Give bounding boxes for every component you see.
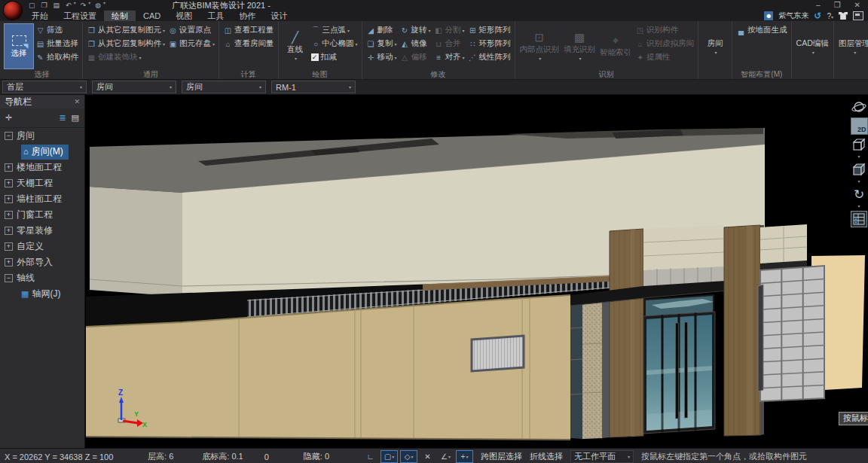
tab-协作[interactable]: 协作	[231, 11, 263, 21]
expand-icon[interactable]: +	[5, 258, 13, 267]
batch-select-button[interactable]: ▤批量选择	[34, 37, 80, 50]
viewport-3d[interactable]: Z Y X 2D ▾ ▾ ↻ ▾ 按鼠标	[85, 95, 868, 448]
delete-button[interactable]: ◢删除	[365, 23, 399, 37]
refresh-icon[interactable]: ↺	[814, 11, 821, 21]
tree-import[interactable]: +外部导入	[0, 254, 84, 270]
expand-icon[interactable]: +	[5, 195, 13, 203]
filter-button[interactable]: ▽筛选	[34, 23, 80, 37]
save-file-icon[interactable]: ▤	[53, 0, 60, 11]
app-logo-icon[interactable]	[4, 2, 22, 20]
collapse-icon[interactable]: −	[5, 132, 13, 140]
curtain-wall-grid[interactable]	[758, 224, 865, 401]
tab-绘制[interactable]: 绘制	[104, 11, 136, 21]
floor-selector[interactable]: 首层▾	[2, 81, 87, 93]
tab-视图[interactable]: 视图	[168, 11, 200, 21]
glass-entrance-doors[interactable]	[643, 312, 715, 434]
line-button[interactable]: ╱直线▾	[281, 23, 310, 69]
close-button[interactable]: ✕	[854, 0, 860, 10]
chevron-down-icon[interactable]: ▾	[857, 154, 860, 160]
wood-column-left[interactable]	[610, 229, 643, 437]
deduct-button[interactable]: ✓扣减	[310, 50, 359, 64]
set-origin-button[interactable]: ◎设置原点	[167, 23, 216, 37]
view-quantity-button[interactable]: ◫查看工程量	[222, 23, 276, 37]
theme-shirt-icon[interactable]	[839, 12, 848, 20]
panel-view-icon[interactable]: ▤	[72, 113, 79, 123]
ring-array-button[interactable]: ∷环形阵列	[466, 37, 512, 50]
user-name[interactable]: 紫气东来	[778, 11, 808, 21]
copy-button[interactable]: ❏复制▾	[365, 37, 399, 50]
subcategory-selector[interactable]: 房间▾	[182, 81, 266, 93]
chevron-down-icon[interactable]: ▾	[103, 0, 105, 11]
tree-door-window[interactable]: +门窗工程	[0, 207, 84, 223]
screen-icon[interactable]	[853, 11, 863, 20]
expand-icon[interactable]: +	[5, 179, 13, 187]
expand-icon[interactable]: +	[5, 242, 13, 251]
ortho-toggle[interactable]: ∟	[362, 451, 378, 462]
chevron-down-icon[interactable]: ▾	[857, 179, 860, 184]
tree-room-m[interactable]: ⌂房间(M)	[0, 144, 84, 160]
list-view-icon[interactable]: ≣	[59, 113, 66, 123]
rect-array-button[interactable]: ⊞矩形阵列	[466, 23, 512, 37]
publish-icon[interactable]: ◍	[95, 0, 101, 11]
layout-table-icon[interactable]	[851, 211, 867, 227]
pick-component-button[interactable]: ✎拾取构件	[34, 50, 80, 64]
tree-axis[interactable]: −轴线	[0, 270, 84, 286]
workplane-selector[interactable]: 无工作平面▾	[570, 450, 634, 463]
save-element-button[interactable]: ▣图元存盘▾	[167, 37, 216, 50]
tree-wall-works[interactable]: +墙柱面工程	[0, 191, 84, 207]
view-cube-iso-icon[interactable]	[851, 161, 867, 178]
chevron-down-icon[interactable]: ▾	[74, 0, 76, 11]
user-avatar[interactable]: ☻	[764, 11, 773, 20]
move-button[interactable]: ✛移动▾	[365, 50, 399, 64]
entrance-side-glass[interactable]	[570, 296, 582, 439]
align-button[interactable]: ≡对齐▾	[432, 50, 466, 64]
tab-工程设置[interactable]: 工程设置	[56, 11, 104, 21]
tree-custom[interactable]: +自定义	[0, 239, 84, 254]
orbit-icon[interactable]	[851, 99, 867, 116]
view-cube-front-icon[interactable]	[851, 136, 867, 153]
tab-设计[interactable]: 设计	[263, 11, 295, 21]
copy-elements-from-other-layer-button[interactable]: ❐从其它层复制图元▾	[85, 23, 167, 37]
view-2d-icon[interactable]: 2D	[851, 117, 868, 135]
center-ellipse-button[interactable]: ○中心椭圆▾	[310, 37, 359, 50]
tree-axis-grid[interactable]: ▦轴网(J)	[0, 286, 84, 302]
select-button[interactable]: 选择	[4, 23, 34, 69]
category-selector[interactable]: 房间▾	[92, 81, 176, 93]
tree-floor-works[interactable]: +楼地面工程	[0, 160, 84, 175]
expand-icon[interactable]: +	[5, 227, 13, 235]
rotate-view-icon[interactable]: ↻	[851, 186, 867, 203]
tab-开始[interactable]: 开始	[24, 11, 56, 21]
cad-edit-button[interactable]: CAD编辑▾	[794, 23, 831, 69]
tree-room[interactable]: −房间	[0, 128, 84, 144]
restore-button[interactable]: ❐	[834, 0, 841, 10]
sidebar-close-icon[interactable]: ✕	[74, 98, 80, 105]
redo-icon[interactable]: ↷	[81, 0, 87, 11]
expand-icon[interactable]: +	[5, 211, 13, 219]
collapse-icon[interactable]: −	[5, 274, 13, 282]
tab-工具[interactable]: 工具	[200, 11, 231, 21]
model-canvas[interactable]: Z Y X	[85, 95, 868, 448]
cross-toggle[interactable]: ✕	[420, 451, 436, 462]
view-room-quantity-button[interactable]: ⌂查看房间量	[222, 37, 276, 50]
stone-pillar[interactable]	[582, 294, 610, 439]
polyline-select-button[interactable]: 折线选择	[530, 451, 563, 462]
view-cube-toggle[interactable]: ◇▾	[400, 450, 417, 463]
tree-misc-deco[interactable]: +零星装修	[0, 223, 84, 239]
entrance-upper-wall[interactable]	[643, 225, 724, 288]
undo-icon[interactable]: ↶	[66, 0, 72, 11]
three-point-arc-button[interactable]: ⌒三点弧▾	[310, 23, 359, 37]
minimize-button[interactable]: –	[816, 0, 821, 10]
generate-by-ground-button[interactable]: ▄按地面生成	[735, 23, 789, 37]
room-button[interactable]: 房间▾	[701, 23, 729, 69]
snap-box-toggle[interactable]: ▢▾	[381, 450, 398, 463]
wall-vent-grille[interactable]	[472, 336, 524, 371]
expand-icon[interactable]: +	[5, 163, 13, 172]
tracking-toggle[interactable]: +▾	[456, 450, 473, 463]
chevron-down-icon[interactable]: ▾	[857, 204, 860, 209]
help-button[interactable]: ?▾	[827, 12, 833, 20]
copy-components-from-other-layer-button[interactable]: ❐从其它层复制构件▾	[85, 37, 167, 50]
rotate-button[interactable]: ↻旋转▾	[399, 23, 432, 37]
cross-layer-select-button[interactable]: 跨图层选择	[481, 451, 522, 462]
linear-array-button[interactable]: ⋰线性阵列	[466, 50, 512, 64]
mirror-button[interactable]: ◭镜像	[399, 37, 432, 50]
